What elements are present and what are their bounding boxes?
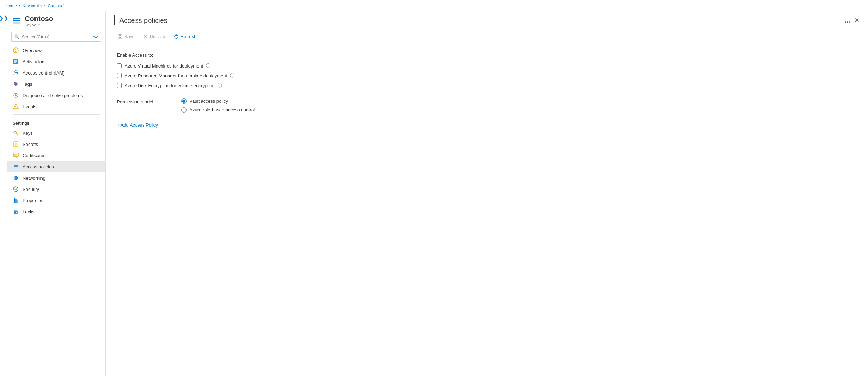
radio-row-rbac: Azure role-based access control [181, 107, 255, 113]
locks-icon [13, 209, 19, 215]
sidebar-item-overview-label: Overview [23, 48, 42, 53]
keys-icon [13, 130, 19, 136]
discard-button[interactable]: Discard [140, 32, 169, 41]
svg-point-10 [15, 71, 17, 73]
networking-icon [13, 175, 19, 181]
breadcrumb-key-vaults[interactable]: Key vaults [23, 4, 42, 8]
collapse-sidebar-button[interactable]: «« [92, 34, 98, 40]
vm-info-icon[interactable]: ⓘ [206, 63, 210, 69]
permission-model-label: Permission model [117, 98, 153, 104]
svg-point-38 [15, 212, 16, 213]
sidebar-item-security[interactable]: Security [7, 184, 105, 195]
sidebar-item-properties[interactable]: Properties [7, 195, 105, 206]
vault-policy-label: Vault access policy [189, 98, 228, 104]
main-content: Access policies ... ✕ Save Discard Refre… [106, 11, 868, 376]
svg-rect-40 [119, 34, 121, 36]
rbac-radio[interactable] [181, 107, 187, 113]
radio-row-vault: Vault access policy [181, 98, 255, 104]
search-input[interactable] [22, 34, 90, 39]
sidebar-item-activity-log-label: Activity log [23, 59, 44, 64]
sidebar-item-overview[interactable]: Overview [7, 45, 105, 56]
arm-label: Azure Resource Manager for template depl… [125, 73, 227, 78]
svg-rect-36 [17, 200, 18, 203]
iam-icon [13, 70, 19, 76]
sidebar-item-security-label: Security [23, 187, 39, 192]
sidebar: Contoso Key vault 🔍 «« Overview Activity [7, 11, 106, 376]
breadcrumb-home[interactable]: Home [6, 4, 17, 8]
sidebar-item-events[interactable]: Events [7, 101, 105, 112]
sidebar-item-locks[interactable]: Locks [7, 206, 105, 217]
disk-checkbox[interactable] [117, 83, 122, 88]
sidebar-logo-icon [13, 17, 21, 25]
svg-point-12 [14, 83, 15, 83]
sidebar-item-activity-log[interactable]: Activity log [7, 56, 105, 67]
sidebar-item-iam-label: Access control (IAM) [23, 70, 65, 76]
search-box[interactable]: 🔍 «« [11, 32, 101, 42]
close-button[interactable]: ✕ [854, 17, 860, 24]
sidebar-item-networking-label: Networking [23, 175, 45, 181]
arm-info-icon[interactable]: ⓘ [230, 72, 234, 79]
sidebar-item-diagnose-label: Diagnose and solve problems [23, 93, 83, 98]
permission-model-options: Vault access policy Azure role-based acc… [181, 98, 255, 113]
sidebar-item-tags[interactable]: Tags [7, 78, 105, 90]
sidebar-item-keys-label: Keys [23, 130, 33, 136]
tags-icon [13, 81, 19, 87]
sidebar-item-secrets[interactable]: Secrets [7, 139, 105, 150]
settings-divider [13, 114, 100, 115]
add-access-policy-link[interactable]: + Add Access Policy [117, 122, 158, 128]
sidebar-item-certificates[interactable]: Certificates [7, 150, 105, 161]
breadcrumb: Home › Key vaults › Contoso' [0, 0, 868, 11]
sidebar-item-tags-label: Tags [23, 82, 32, 87]
disk-label: Azure Disk Encryption for volume encrypt… [125, 83, 215, 88]
search-icon: 🔍 [14, 34, 20, 39]
sidebar-item-events-label: Events [23, 104, 37, 109]
svg-point-11 [17, 72, 18, 74]
checkbox-row-vm: Azure Virtual Machines for deployment ⓘ [117, 63, 857, 69]
checkbox-row-disk: Azure Disk Encryption for volume encrypt… [117, 82, 857, 89]
properties-icon [13, 197, 19, 204]
checkbox-row-arm: Azure Resource Manager for template depl… [117, 72, 857, 79]
sidebar-item-properties-label: Properties [23, 198, 43, 203]
svg-rect-41 [119, 37, 121, 38]
svg-rect-34 [14, 198, 15, 203]
svg-point-5 [15, 51, 16, 52]
save-icon [118, 34, 122, 39]
svg-point-28 [17, 156, 18, 158]
security-icon [13, 186, 19, 192]
permission-model-section: Permission model Vault access policy Azu… [117, 98, 857, 113]
sidebar-item-keys[interactable]: Keys [7, 127, 105, 139]
svg-point-18 [15, 108, 16, 108]
arm-checkbox[interactable] [117, 73, 122, 78]
more-options-button[interactable]: ... [845, 17, 850, 24]
breadcrumb-contoso[interactable]: Contoso' [48, 4, 64, 8]
disk-info-icon[interactable]: ⓘ [218, 82, 222, 89]
sidebar-item-diagnose[interactable]: Diagnose and solve problems [7, 90, 105, 101]
sidebar-item-access-policies-label: Access policies [23, 164, 54, 169]
diagnose-icon [13, 92, 19, 98]
certificates-icon [13, 152, 19, 159]
sidebar-item-networking[interactable]: Networking [7, 172, 105, 184]
content-area: Enable Access to: Azure Virtual Machines… [106, 44, 868, 376]
sidebar-item-access-policies[interactable]: Access policies [7, 161, 105, 172]
vault-policy-radio[interactable] [181, 98, 187, 104]
page-title: Access policies [119, 17, 841, 25]
svg-line-20 [16, 134, 18, 135]
save-button[interactable]: Save [114, 32, 138, 41]
svg-rect-25 [13, 153, 18, 156]
page-header: Access policies ... ✕ [106, 11, 868, 29]
sidebar-item-iam[interactable]: Access control (IAM) [7, 67, 105, 78]
vm-label: Azure Virtual Machines for deployment [125, 63, 203, 69]
svg-point-19 [14, 131, 17, 134]
rbac-label: Azure role-based access control [189, 107, 255, 113]
sidebar-expand-toggle[interactable]: ❯❯ [0, 11, 7, 376]
refresh-button[interactable]: Refresh [170, 32, 200, 41]
vm-checkbox[interactable] [117, 63, 122, 68]
events-icon [13, 103, 19, 110]
sidebar-item-locks-label: Locks [23, 209, 34, 214]
refresh-icon [174, 34, 179, 39]
settings-section-header: Settings [7, 117, 105, 127]
enable-access-label: Enable Access to: [117, 52, 857, 58]
secrets-icon [13, 141, 19, 147]
discard-icon [143, 34, 148, 39]
svg-rect-21 [14, 142, 18, 147]
